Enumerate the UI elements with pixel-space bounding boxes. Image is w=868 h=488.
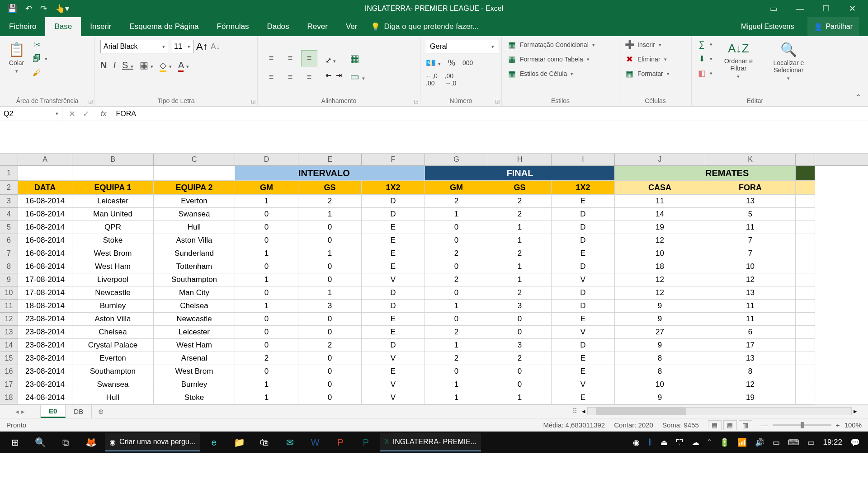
row-header[interactable]: 8 xyxy=(0,260,18,273)
align-top-icon[interactable]: ≡ xyxy=(263,50,279,66)
word-icon[interactable]: W xyxy=(304,432,326,453)
cell[interactable]: 2 xyxy=(425,326,488,339)
cell[interactable]: 2 xyxy=(488,352,552,365)
thousands-button[interactable]: 000 xyxy=(462,59,473,66)
cell[interactable]: GS xyxy=(298,181,362,195)
cell[interactable]: 23-08-2014 xyxy=(18,352,72,365)
onedrive-icon[interactable]: ☁ xyxy=(692,438,699,447)
touchpad-icon[interactable]: ▭ xyxy=(773,438,780,447)
cell[interactable] xyxy=(796,221,815,234)
fx-button[interactable]: fx xyxy=(96,107,111,121)
excel-app[interactable]: XINGLATERRA- PREMIE... xyxy=(380,433,481,451)
powerpoint-icon[interactable]: P xyxy=(329,432,352,453)
row-header[interactable]: 18 xyxy=(0,391,18,404)
cell[interactable]: 24-08-2014 xyxy=(18,391,72,404)
cell[interactable]: 0 xyxy=(488,326,552,339)
cell[interactable] xyxy=(796,166,815,181)
clear-button[interactable]: ◧▾ xyxy=(697,68,712,78)
row-header[interactable]: 5 xyxy=(0,221,18,234)
cell[interactable]: 16-08-2014 xyxy=(18,234,72,247)
tab-formulas[interactable]: Fórmulas xyxy=(208,17,258,36)
cell[interactable]: 0 xyxy=(235,234,298,247)
tell-me-search[interactable]: 💡 Diga o que pretende fazer... xyxy=(371,17,479,36)
cell[interactable]: Man United xyxy=(72,208,154,221)
cell[interactable]: 12 xyxy=(615,273,705,286)
cell[interactable]: 0 xyxy=(425,286,488,300)
font-color-button[interactable]: A ▾ xyxy=(178,60,189,70)
cell[interactable] xyxy=(796,181,815,195)
volume-icon[interactable]: 🔊 xyxy=(755,438,764,447)
file-explorer-icon[interactable]: 📁 xyxy=(228,432,250,453)
cell[interactable] xyxy=(615,166,705,181)
cell[interactable]: Stoke xyxy=(72,234,154,247)
minimize-icon[interactable]: — xyxy=(788,0,811,17)
bluetooth-icon[interactable]: ᛒ xyxy=(648,438,652,447)
align-bottom-icon[interactable]: ≡ xyxy=(301,50,317,66)
cell[interactable]: 3 xyxy=(298,300,362,313)
cell[interactable]: GM xyxy=(235,181,298,195)
zoom-in-icon[interactable]: + xyxy=(836,421,840,429)
cell[interactable] xyxy=(154,166,235,181)
cell[interactable]: 1 xyxy=(488,391,552,404)
currency-button[interactable]: 💶 ▾ xyxy=(426,58,441,68)
cell[interactable]: 2 xyxy=(298,339,362,352)
row-header[interactable]: 12 xyxy=(0,313,18,326)
cell[interactable]: D xyxy=(552,339,615,352)
cell[interactable]: 19 xyxy=(615,221,705,234)
zoom-value[interactable]: 100% xyxy=(844,421,862,429)
row-header[interactable]: 2 xyxy=(0,181,18,195)
cell[interactable]: 0 xyxy=(298,378,362,391)
cell[interactable]: 0 xyxy=(298,273,362,286)
cell[interactable] xyxy=(796,391,815,404)
cell[interactable] xyxy=(796,273,815,286)
cell[interactable]: 2 xyxy=(425,195,488,208)
horizontal-scrollbar[interactable]: ⠿◂ ▸ xyxy=(570,407,859,416)
cell[interactable]: 0 xyxy=(298,260,362,273)
cell[interactable] xyxy=(796,378,815,391)
cell[interactable]: E xyxy=(362,326,425,339)
align-left-icon[interactable]: ≡ xyxy=(263,69,279,85)
cell[interactable]: Arsenal xyxy=(154,352,235,365)
cell[interactable]: 8 xyxy=(615,365,705,378)
tab-base[interactable]: Base xyxy=(45,17,81,36)
cell[interactable]: 17 xyxy=(705,339,796,352)
cell-intervalo-header[interactable]: INTERVALO xyxy=(298,166,362,181)
col-header[interactable]: B xyxy=(72,154,154,165)
cell[interactable] xyxy=(796,247,815,260)
cell[interactable]: 1X2 xyxy=(552,181,615,195)
decrease-indent-icon[interactable]: ⇤ xyxy=(326,71,331,80)
cell[interactable]: DATA xyxy=(18,181,72,195)
cell[interactable]: 17-08-2014 xyxy=(18,286,72,300)
tab-inserir[interactable]: Inserir xyxy=(81,17,120,36)
cell[interactable]: 27 xyxy=(615,326,705,339)
battery-icon[interactable]: 🔋 xyxy=(720,438,729,447)
row-header[interactable]: 4 xyxy=(0,208,18,221)
cell[interactable] xyxy=(796,352,815,365)
cell[interactable]: Burnley xyxy=(154,378,235,391)
tab-rever[interactable]: Rever xyxy=(298,17,337,36)
cell[interactable]: D xyxy=(362,300,425,313)
cell[interactable]: 10 xyxy=(705,260,796,273)
cell[interactable]: 0 xyxy=(298,352,362,365)
tab-ficheiro[interactable]: Ficheiro xyxy=(0,17,45,36)
cell[interactable]: 11 xyxy=(615,195,705,208)
cell[interactable]: E xyxy=(362,247,425,260)
cell[interactable] xyxy=(796,326,815,339)
autosum-button[interactable]: ∑▾ xyxy=(697,40,712,49)
cell[interactable]: 5 xyxy=(705,208,796,221)
cell[interactable]: 0 xyxy=(298,221,362,234)
cell[interactable]: 0 xyxy=(298,391,362,404)
cell[interactable]: Southampton xyxy=(154,273,235,286)
cell[interactable] xyxy=(796,208,815,221)
share-button[interactable]: 👤 Partilhar xyxy=(807,17,859,36)
chrome-tray-icon[interactable]: ◉ xyxy=(633,438,640,447)
cell[interactable]: 1 xyxy=(425,208,488,221)
cell[interactable]: 12 xyxy=(705,378,796,391)
clipboard-dialog-launcher-icon[interactable]: ◲ xyxy=(88,99,93,104)
decrease-font-icon[interactable]: A↓ xyxy=(211,42,220,52)
cell[interactable]: 11 xyxy=(705,313,796,326)
cell[interactable]: Stoke xyxy=(154,391,235,404)
task-view-icon[interactable]: ⧉ xyxy=(54,432,77,453)
cell[interactable]: 13 xyxy=(705,195,796,208)
chrome-app[interactable]: ◉Criar uma nova pergu... xyxy=(105,433,200,451)
